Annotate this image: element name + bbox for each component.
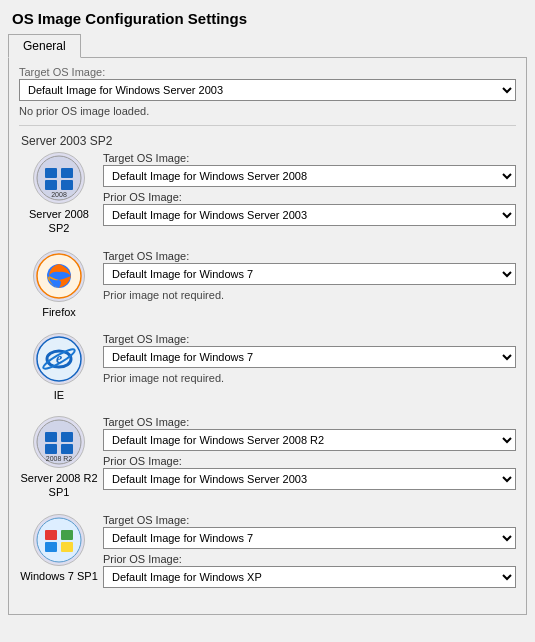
prior-not-required-ie: Prior image not required. bbox=[103, 372, 516, 384]
icon-label-firefox: Firefox bbox=[42, 305, 76, 319]
tab-container: General bbox=[0, 33, 535, 57]
target-row-ie: Target OS Image:Default Image for Window… bbox=[103, 333, 516, 368]
title-bar: OS Image Configuration Settings bbox=[0, 0, 535, 33]
icon-label-server2008sp2: Server 2008 SP2 bbox=[19, 207, 99, 236]
svg-rect-22 bbox=[61, 542, 73, 552]
content-area: Target OS Image: Default Image for Windo… bbox=[8, 57, 527, 615]
entry-ie: e IETarget OS Image:Default Image for Wi… bbox=[19, 333, 516, 402]
prior-row-server2008sp2: Prior OS Image:Default Image for Windows… bbox=[103, 191, 516, 226]
svg-rect-19 bbox=[45, 530, 57, 540]
target-label-server2008r2sp1: Target OS Image: bbox=[103, 416, 516, 428]
svg-rect-20 bbox=[61, 530, 73, 540]
prior-label-server2008sp2: Prior OS Image: bbox=[103, 191, 516, 203]
svg-text:2008: 2008 bbox=[51, 191, 67, 198]
tab-general[interactable]: General bbox=[8, 34, 81, 58]
svg-rect-15 bbox=[45, 444, 57, 454]
entries-container: 2008 Server 2008 SP2Target OS Image:Defa… bbox=[19, 152, 516, 592]
target-select-server2008r2sp1[interactable]: Default Image for Windows Server 2008 R2… bbox=[103, 429, 516, 451]
svg-rect-2 bbox=[61, 168, 73, 178]
icon-label-ie: IE bbox=[54, 388, 64, 402]
target-select-server2008sp2[interactable]: Default Image for Windows Server 2008Def… bbox=[103, 165, 516, 187]
fields-win7sp1: Target OS Image:Default Image for Window… bbox=[99, 514, 516, 592]
target-select-ie[interactable]: Default Image for Windows 7Default Image… bbox=[103, 346, 516, 368]
svg-text:2008 R2: 2008 R2 bbox=[46, 455, 73, 462]
icon-firefox bbox=[33, 250, 85, 302]
icon-area-server2008sp2: 2008 Server 2008 SP2 bbox=[19, 152, 99, 236]
icon-area-firefox: Firefox bbox=[19, 250, 99, 319]
target-row-server2008r2sp1: Target OS Image:Default Image for Window… bbox=[103, 416, 516, 451]
fields-server2008r2sp1: Target OS Image:Default Image for Window… bbox=[99, 416, 516, 494]
icon-area-server2008r2sp1: 2008 R2 Server 2008 R2 SP1 bbox=[19, 416, 99, 500]
prior-label-server2008r2sp1: Prior OS Image: bbox=[103, 455, 516, 467]
top-target-dropdown[interactable]: Default Image for Windows Server 2003Def… bbox=[19, 79, 516, 101]
svg-rect-1 bbox=[45, 168, 57, 178]
server2003sp2-label: Server 2003 SP2 bbox=[19, 134, 516, 148]
svg-point-18 bbox=[37, 518, 81, 562]
target-row-server2008sp2: Target OS Image:Default Image for Window… bbox=[103, 152, 516, 187]
svg-rect-13 bbox=[45, 432, 57, 442]
target-label-win7sp1: Target OS Image: bbox=[103, 514, 516, 526]
fields-firefox: Target OS Image:Default Image for Window… bbox=[99, 250, 516, 301]
window: OS Image Configuration Settings General … bbox=[0, 0, 535, 642]
target-label-server2008sp2: Target OS Image: bbox=[103, 152, 516, 164]
fields-ie: Target OS Image:Default Image for Window… bbox=[99, 333, 516, 384]
icon-ie: e bbox=[33, 333, 85, 385]
icon-win7sp1 bbox=[33, 514, 85, 566]
fields-server2008sp2: Target OS Image:Default Image for Window… bbox=[99, 152, 516, 230]
entry-server2008sp2: 2008 Server 2008 SP2Target OS Image:Defa… bbox=[19, 152, 516, 236]
page-title: OS Image Configuration Settings bbox=[12, 10, 523, 27]
icon-label-win7sp1: Windows 7 SP1 bbox=[20, 569, 98, 583]
top-target-label: Target OS Image: bbox=[19, 66, 516, 78]
svg-rect-3 bbox=[45, 180, 57, 190]
top-no-prior: No prior OS image loaded. bbox=[19, 105, 516, 117]
prior-select-server2008r2sp1[interactable]: Default Image for Windows Server 2003Def… bbox=[103, 468, 516, 490]
svg-rect-14 bbox=[61, 432, 73, 442]
svg-rect-16 bbox=[61, 444, 73, 454]
entry-win7sp1: Windows 7 SP1Target OS Image:Default Ima… bbox=[19, 514, 516, 592]
svg-rect-4 bbox=[61, 180, 73, 190]
target-select-firefox[interactable]: Default Image for Windows 7Default Image… bbox=[103, 263, 516, 285]
icon-label-server2008r2sp1: Server 2008 R2 SP1 bbox=[19, 471, 99, 500]
prior-select-server2008sp2[interactable]: Default Image for Windows Server 2003Def… bbox=[103, 204, 516, 226]
prior-row-win7sp1: Prior OS Image:Default Image for Windows… bbox=[103, 553, 516, 588]
target-row-firefox: Target OS Image:Default Image for Window… bbox=[103, 250, 516, 285]
top-target-field: Target OS Image: Default Image for Windo… bbox=[19, 66, 516, 101]
top-partial-section: Target OS Image: Default Image for Windo… bbox=[19, 66, 516, 126]
icon-server2008r2sp1: 2008 R2 bbox=[33, 416, 85, 468]
icon-server2008sp2: 2008 bbox=[33, 152, 85, 204]
prior-not-required-firefox: Prior image not required. bbox=[103, 289, 516, 301]
svg-rect-21 bbox=[45, 542, 57, 552]
target-label-ie: Target OS Image: bbox=[103, 333, 516, 345]
icon-area-ie: e IE bbox=[19, 333, 99, 402]
target-label-firefox: Target OS Image: bbox=[103, 250, 516, 262]
svg-text:e: e bbox=[56, 351, 62, 366]
entry-firefox: FirefoxTarget OS Image:Default Image for… bbox=[19, 250, 516, 319]
target-row-win7sp1: Target OS Image:Default Image for Window… bbox=[103, 514, 516, 549]
prior-label-win7sp1: Prior OS Image: bbox=[103, 553, 516, 565]
prior-select-win7sp1[interactable]: Default Image for Windows XPDefault Imag… bbox=[103, 566, 516, 588]
prior-row-server2008r2sp1: Prior OS Image:Default Image for Windows… bbox=[103, 455, 516, 490]
target-select-win7sp1[interactable]: Default Image for Windows 7Default Image… bbox=[103, 527, 516, 549]
icon-area-win7sp1: Windows 7 SP1 bbox=[19, 514, 99, 583]
entry-server2008r2sp1: 2008 R2 Server 2008 R2 SP1Target OS Imag… bbox=[19, 416, 516, 500]
